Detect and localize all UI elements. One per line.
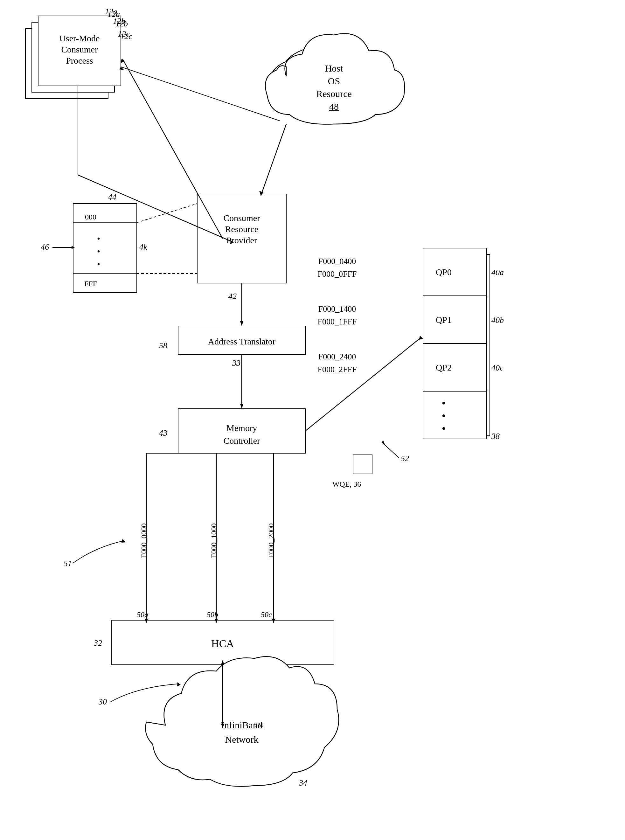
svg-text:F000_0000: F000_0000 — [140, 523, 148, 558]
svg-rect-57 — [423, 296, 487, 344]
svg-text:33: 33 — [232, 358, 241, 368]
svg-line-31 — [137, 204, 197, 222]
svg-line-37 — [121, 67, 280, 121]
svg-text:•: • — [442, 410, 446, 422]
svg-text:InfiniBand: InfiniBand — [221, 720, 263, 730]
svg-line-119 — [78, 175, 232, 242]
svg-text:58: 58 — [159, 341, 167, 350]
svg-text:F000_2000: F000_2000 — [267, 523, 275, 558]
svg-text:46: 46 — [41, 243, 49, 252]
svg-text:51: 51 — [64, 559, 72, 568]
svg-marker-38 — [119, 67, 124, 70]
svg-marker-100 — [121, 539, 126, 543]
svg-marker-120 — [230, 240, 234, 244]
svg-rect-0 — [25, 29, 108, 99]
svg-text:F000_0400: F000_0400 — [319, 257, 356, 266]
svg-marker-83 — [382, 440, 385, 445]
svg-text:Address Translator: Address Translator — [208, 336, 276, 346]
svg-text:52: 52 — [401, 454, 409, 463]
svg-text:F000_2400: F000_2400 — [319, 352, 356, 361]
svg-text:F000_1FFF: F000_1FFF — [318, 317, 357, 326]
svg-point-13 — [285, 51, 383, 115]
svg-rect-50 — [178, 409, 305, 453]
svg-text:OS: OS — [328, 76, 340, 86]
svg-text:Network: Network — [225, 734, 258, 745]
svg-text:Process: Process — [66, 56, 93, 65]
svg-text:4k: 4k — [139, 243, 147, 252]
svg-text:32: 32 — [93, 638, 102, 647]
svg-text:Provider: Provider — [227, 235, 257, 245]
svg-text:QP1: QP1 — [436, 315, 452, 325]
svg-rect-59 — [423, 344, 487, 391]
svg-marker-117 — [177, 682, 181, 686]
svg-point-12 — [289, 76, 378, 121]
svg-marker-114 — [221, 660, 224, 665]
svg-text:Resource: Resource — [225, 224, 258, 234]
svg-text:Consumer: Consumer — [61, 45, 98, 54]
svg-text:Controller: Controller — [223, 436, 260, 446]
diagram-svg: 12a 12b 12c User-Mode Consumer Process H… — [0, 0, 625, 840]
diagram-container: 12a 12b 12c User-Mode Consumer Process H… — [0, 0, 625, 840]
svg-line-77 — [305, 337, 421, 431]
svg-rect-55 — [423, 248, 487, 296]
svg-line-39 — [261, 124, 286, 196]
ref-12b: 12b — [115, 19, 128, 29]
svg-marker-115 — [221, 723, 224, 728]
svg-text:•: • — [97, 234, 100, 244]
svg-text:QP2: QP2 — [436, 362, 452, 372]
svg-rect-44 — [178, 326, 305, 355]
svg-text:44: 44 — [108, 193, 117, 202]
svg-line-121 — [123, 59, 222, 238]
svg-text:TM: TM — [255, 722, 263, 728]
svg-text:F000_1000: F000_1000 — [210, 523, 218, 558]
svg-text:HCA: HCA — [211, 638, 234, 649]
svg-text:000: 000 — [85, 213, 96, 221]
svg-text:50b: 50b — [207, 610, 218, 619]
svg-text:QP0: QP0 — [436, 267, 452, 277]
svg-text:40b: 40b — [491, 316, 504, 325]
svg-text:40a: 40a — [491, 268, 504, 277]
svg-text:Host: Host — [325, 63, 343, 73]
svg-text:38: 38 — [491, 432, 500, 441]
svg-marker-93 — [215, 619, 218, 624]
svg-rect-18 — [73, 204, 137, 292]
svg-text:•: • — [442, 422, 446, 435]
svg-text:50a: 50a — [137, 610, 148, 619]
svg-rect-1 — [32, 22, 115, 92]
svg-rect-33 — [197, 194, 286, 283]
svg-text:48: 48 — [329, 101, 339, 112]
svg-marker-43 — [240, 321, 243, 326]
svg-text:WQE, 36: WQE, 36 — [333, 480, 361, 488]
svg-point-11 — [334, 59, 398, 100]
svg-marker-49 — [240, 404, 243, 409]
svg-marker-29 — [72, 246, 75, 249]
svg-point-9 — [283, 45, 385, 95]
svg-rect-84 — [111, 620, 334, 665]
svg-marker-122 — [121, 59, 125, 63]
svg-text:F000_0FFF: F000_0FFF — [318, 269, 357, 278]
svg-text:Consumer: Consumer — [223, 213, 260, 223]
svg-text:•: • — [442, 397, 446, 410]
svg-text:User-Mode: User-Mode — [59, 33, 100, 43]
svg-point-10 — [271, 59, 334, 100]
svg-text:43: 43 — [159, 428, 167, 438]
svg-text:40c: 40c — [491, 363, 504, 372]
svg-text:Resource: Resource — [316, 89, 352, 99]
ref-12a: 12a — [107, 9, 120, 19]
svg-text:34: 34 — [299, 778, 307, 787]
svg-text:Memory: Memory — [227, 423, 257, 433]
svg-text:•: • — [97, 246, 100, 257]
svg-marker-91 — [145, 619, 148, 624]
svg-text:50c: 50c — [261, 610, 272, 619]
svg-text:FFF: FFF — [84, 280, 97, 288]
svg-marker-78 — [419, 336, 423, 340]
ref-12c: 12c — [120, 32, 132, 41]
svg-text:F000_1400: F000_1400 — [319, 304, 356, 314]
svg-rect-54 — [423, 248, 487, 439]
svg-line-82 — [382, 442, 399, 458]
svg-marker-40 — [259, 191, 263, 196]
svg-marker-95 — [272, 619, 275, 624]
svg-rect-2 — [38, 16, 121, 86]
svg-text:30: 30 — [98, 697, 107, 706]
svg-text:•: • — [97, 259, 100, 269]
